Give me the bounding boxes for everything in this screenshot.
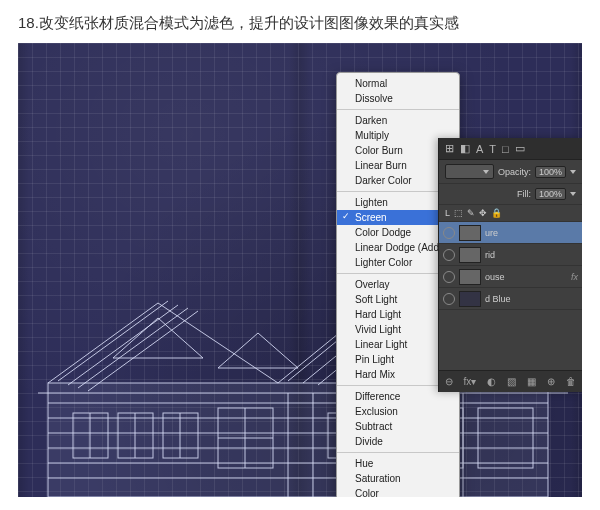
lock-icon[interactable]: ✎ — [467, 208, 475, 218]
layer-row[interactable]: rid — [439, 244, 582, 266]
fx-icon[interactable]: fx — [571, 272, 578, 282]
lock-icon[interactable]: 🔒 — [491, 208, 502, 218]
footer-icon[interactable]: ◐ — [487, 376, 496, 387]
visibility-icon[interactable] — [443, 249, 455, 261]
layer-thumbnail — [459, 291, 481, 307]
blend-mode-option[interactable]: Color — [337, 486, 459, 497]
blend-mode-option[interactable]: Saturation — [337, 471, 459, 486]
photoshop-canvas: NormalDissolveDarkenMultiplyColor BurnLi… — [18, 43, 582, 497]
blend-opacity-row: Opacity: 100% — [439, 160, 582, 184]
layer-row[interactable]: d Blue — [439, 288, 582, 310]
panel-tab-icon[interactable]: ⊞ — [445, 142, 454, 155]
blend-mode-option[interactable]: Subtract — [337, 419, 459, 434]
footer-icon[interactable]: ⊕ — [547, 376, 555, 387]
layer-row[interactable]: ure — [439, 222, 582, 244]
layer-name: ure — [485, 228, 498, 238]
lock-icon[interactable]: ⬚ — [454, 208, 463, 218]
footer-icon[interactable]: ⊖ — [445, 376, 453, 387]
visibility-icon[interactable] — [443, 293, 455, 305]
blend-mode-option[interactable]: Dissolve — [337, 91, 459, 106]
fill-value[interactable]: 100% — [535, 188, 566, 200]
blend-mode-selector[interactable] — [445, 164, 494, 179]
footer-icon[interactable]: 🗑 — [566, 376, 576, 387]
svg-line-4 — [58, 301, 168, 381]
layer-thumbnail — [459, 247, 481, 263]
panel-tab-icon[interactable]: ▭ — [515, 142, 525, 155]
chevron-down-icon[interactable] — [570, 170, 576, 174]
panel-footer: ⊖fx▾◐▧▦⊕🗑 — [439, 370, 582, 392]
svg-line-7 — [88, 311, 198, 391]
layer-name: d Blue — [485, 294, 511, 304]
step-caption: 18.改变纸张材质混合模式为滤色，提升的设计图图像效果的真实感 — [0, 0, 600, 43]
layers-panel: ⊞◧AT□▭ Opacity: 100% Fill: 100% L ⬚ ✎ ✥ … — [438, 138, 582, 392]
panel-tab-icons[interactable]: ⊞◧AT□▭ — [439, 138, 582, 160]
layer-row[interactable]: ousefx — [439, 266, 582, 288]
blend-mode-option[interactable]: Divide — [337, 434, 459, 449]
svg-rect-0 — [48, 383, 548, 497]
fill-row: Fill: 100% — [439, 184, 582, 205]
chevron-down-icon[interactable] — [570, 192, 576, 196]
blend-mode-option[interactable]: Hue — [337, 456, 459, 471]
opacity-label: Opacity: — [498, 167, 531, 177]
layer-name: ouse — [485, 272, 505, 282]
lock-icon[interactable]: ✥ — [479, 208, 487, 218]
blend-mode-option[interactable]: Normal — [337, 76, 459, 91]
blend-mode-option[interactable]: Darken — [337, 113, 459, 128]
opacity-value[interactable]: 100% — [535, 166, 566, 178]
svg-line-6 — [78, 308, 188, 388]
panel-spacer — [439, 310, 582, 370]
panel-tab-icon[interactable]: T — [489, 143, 496, 155]
visibility-icon[interactable] — [443, 227, 455, 239]
panel-tab-icon[interactable]: ◧ — [460, 142, 470, 155]
footer-icon[interactable]: fx▾ — [464, 376, 477, 387]
svg-line-5 — [68, 305, 178, 385]
lock-row: L ⬚ ✎ ✥ 🔒 — [439, 205, 582, 222]
layer-name: rid — [485, 250, 495, 260]
visibility-icon[interactable] — [443, 271, 455, 283]
footer-icon[interactable]: ▧ — [507, 376, 516, 387]
lock-label: L — [445, 208, 450, 218]
blend-mode-option[interactable]: Exclusion — [337, 404, 459, 419]
layer-thumbnail — [459, 269, 481, 285]
layer-thumbnail — [459, 225, 481, 241]
layers-list: ureridousefxd Blue — [439, 222, 582, 310]
panel-tab-icon[interactable]: A — [476, 143, 483, 155]
fill-label: Fill: — [517, 189, 531, 199]
chevron-down-icon — [483, 170, 489, 174]
panel-tab-icon[interactable]: □ — [502, 143, 509, 155]
footer-icon[interactable]: ▦ — [527, 376, 536, 387]
